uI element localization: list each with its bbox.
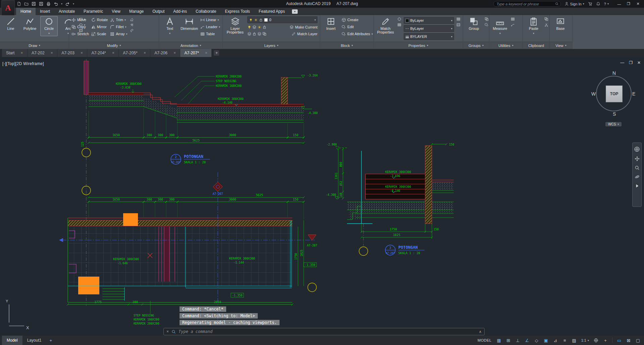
lineweight-toggle[interactable]: ≡ — [561, 337, 569, 344]
show-motion-icon[interactable] — [635, 183, 640, 188]
group-edit-icon[interactable] — [485, 23, 489, 27]
close-tab-icon[interactable]: ✕ — [112, 51, 115, 55]
file-tab-a7-202[interactable]: A7-202✕ — [28, 49, 57, 57]
pan-icon[interactable] — [635, 156, 640, 161]
graphics-performance-toggle[interactable]: ▭ — [615, 337, 623, 344]
tab-view[interactable]: View — [107, 8, 125, 15]
tab-featured-apps[interactable]: Featured Apps — [254, 8, 289, 15]
panel-label-modify[interactable]: Modify▾ — [69, 42, 159, 49]
table-button[interactable]: Table — [200, 31, 220, 37]
viewcube-top-face[interactable]: TOP — [606, 85, 623, 102]
file-tab-a7-207[interactable]: A7-207*✕ — [180, 49, 211, 57]
properties-palette-icon[interactable] — [397, 17, 401, 21]
close-tab-icon[interactable]: ✕ — [205, 51, 208, 55]
ucs-icon[interactable]: Y X — [6, 299, 29, 330]
ungroup-icon[interactable] — [485, 17, 489, 21]
erase-button[interactable] — [130, 17, 134, 21]
panel-label-utilities[interactable]: Utilities▾ — [489, 42, 523, 49]
layer-unisolate-icon[interactable] — [247, 32, 251, 36]
command-search-icon[interactable] — [171, 330, 176, 334]
leader-button[interactable]: Leader▾ — [200, 24, 220, 30]
layer-select[interactable]: 0 ▾ — [247, 16, 317, 23]
layer-lock-tool-icon[interactable] — [262, 25, 266, 29]
viewport-minimize-icon[interactable]: — — [620, 60, 624, 65]
panel-label-annotation[interactable]: Annotation▾ — [159, 42, 222, 49]
isodraft-toggle[interactable]: ◇ — [533, 337, 541, 344]
trim-button[interactable]: Trim▾ — [110, 17, 127, 22]
ribbon-display-toggle-icon[interactable]: ▾ — [292, 9, 298, 14]
file-tab-a7-204[interactable]: A7-204*✕ — [87, 49, 118, 57]
search-icon[interactable] — [555, 2, 559, 6]
viewport-close-icon[interactable]: ✕ — [637, 60, 641, 65]
cut-icon[interactable] — [544, 23, 548, 27]
close-tab-icon[interactable]: ✕ — [144, 51, 146, 55]
model-space-indicator[interactable]: MODEL — [478, 338, 492, 342]
group-button[interactable]: Group — [465, 16, 482, 31]
layer-walk-icon[interactable] — [257, 32, 261, 36]
linetype-select[interactable]: ByLayer▾ — [404, 25, 454, 32]
viewport-controls[interactable]: [-][Top][2D Wireframe] — [2, 61, 44, 66]
ortho-toggle[interactable]: ⊥ — [514, 337, 522, 344]
new-layout-button[interactable]: + — [47, 338, 54, 343]
close-tab-icon[interactable]: ✕ — [174, 51, 176, 55]
id-point-icon[interactable] — [511, 23, 515, 27]
panel-label-block[interactable]: Block▾ — [320, 42, 374, 49]
tab-insert[interactable]: Insert — [36, 8, 54, 15]
edit-attributes-button[interactable]: Edit Attributes▾ — [342, 31, 373, 37]
model-space-canvas[interactable]: -3.264 -4.300 KERAMIK 300X300 -3.038 KER… — [0, 57, 644, 336]
layer-unlock-icon[interactable] — [252, 32, 256, 36]
compass-west[interactable]: W — [591, 91, 596, 97]
annotation-scale-button[interactable]: 1:1▾ — [580, 337, 591, 344]
help-button[interactable]: ?▾ — [604, 2, 609, 6]
quick-calc-icon[interactable] — [511, 17, 515, 21]
edit-block-button[interactable]: Edit — [342, 24, 373, 30]
file-tab-a7-203[interactable]: A7-203✕ — [57, 49, 87, 57]
file-tab-a7-205[interactable]: A7-205*✕ — [119, 49, 150, 57]
explode-button[interactable] — [130, 23, 134, 27]
compass-north[interactable]: N — [612, 70, 616, 76]
workspace-switching-button[interactable] — [592, 337, 600, 344]
properties-list-icon[interactable] — [397, 23, 401, 27]
app-menu-button[interactable]: A — [1, 0, 15, 15]
layer-isolate-icon[interactable] — [252, 25, 256, 29]
match-properties-button[interactable]: Match Properties — [376, 16, 395, 35]
tab-addins[interactable]: Add-ins — [169, 8, 191, 15]
notifications-icon[interactable] — [596, 2, 600, 6]
layer-freeze-icon[interactable] — [257, 25, 261, 29]
model-tab[interactable]: Model — [2, 336, 22, 345]
navigation-wheel-icon[interactable] — [634, 146, 640, 152]
tab-parametric[interactable]: Parametric — [79, 8, 107, 15]
restore-icon[interactable]: ❐ — [624, 0, 633, 8]
open-file-icon[interactable] — [24, 2, 29, 6]
polar-tracking-toggle[interactable]: ∠ — [523, 337, 531, 344]
close-tab-icon[interactable]: ✕ — [51, 51, 53, 55]
command-expand-icon[interactable]: ∧ — [479, 330, 482, 334]
copy-clip-icon[interactable] — [544, 17, 548, 21]
lineweight-select[interactable]: BYLAYER▾ — [404, 33, 454, 40]
stretch-button[interactable]: Stretch — [71, 31, 89, 37]
tab-home[interactable]: Home — [16, 8, 36, 15]
plot-style-icon[interactable] — [456, 17, 460, 21]
search-input[interactable] — [493, 1, 561, 7]
move-button[interactable]: Move — [71, 17, 89, 22]
close-tab-icon[interactable]: ✕ — [81, 51, 83, 55]
layout1-tab[interactable]: Layout1 — [22, 336, 46, 345]
compass-east[interactable]: E — [632, 91, 635, 97]
object-color-select[interactable]: ByLayer▾ — [404, 17, 454, 24]
tab-annotate[interactable]: Annotate — [54, 8, 79, 15]
new-file-icon[interactable] — [17, 2, 21, 6]
snap-toggle[interactable]: ⊞ — [504, 337, 512, 344]
wcs-selector[interactable]: WCS▾ — [605, 122, 622, 126]
object-snap-tracking-toggle[interactable]: ⊿ — [551, 337, 559, 344]
polyline-button[interactable]: Polyline — [21, 16, 38, 31]
mirror-button[interactable]: Mirror — [91, 24, 108, 30]
layer-off-icon[interactable] — [247, 25, 251, 29]
circle-button[interactable]: Circle▾ — [41, 16, 57, 36]
tab-express-tools[interactable]: Express Tools — [220, 8, 254, 15]
transparency-toggle[interactable]: ▨ — [570, 337, 578, 344]
isolate-objects-button[interactable]: ⊠ — [625, 337, 633, 344]
base-view-button[interactable]: Base — [552, 16, 569, 31]
make-current-button[interactable]: Make Current — [290, 24, 317, 30]
file-tab-start[interactable]: Start✕ — [2, 49, 27, 57]
tab-collaborate[interactable]: Collaborate — [191, 8, 220, 15]
